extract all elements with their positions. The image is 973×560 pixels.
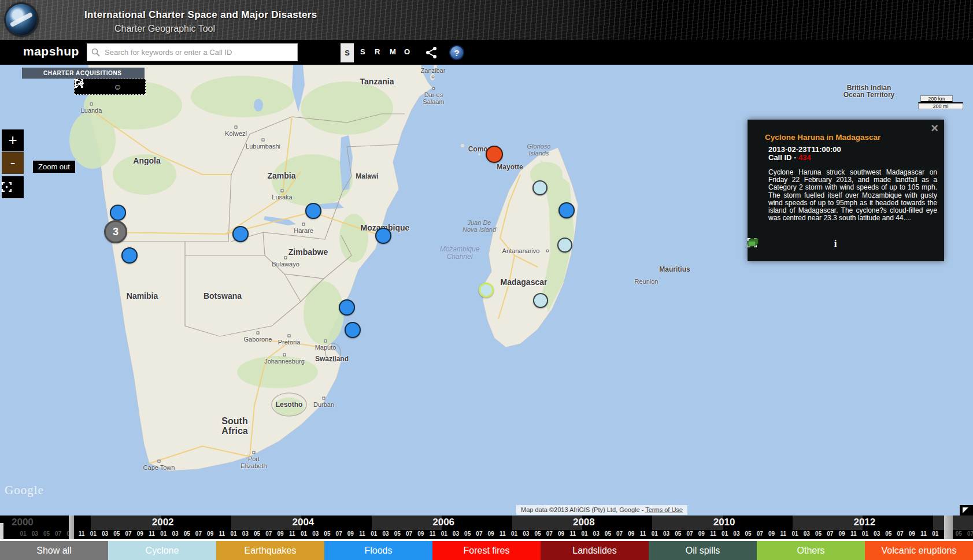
legend-filter-forest-fires[interactable]: Forest fires <box>432 541 541 560</box>
city-marker-icon <box>253 451 256 454</box>
timeline-month-label: 01 <box>932 531 938 537</box>
timeline-year-band <box>512 516 582 530</box>
disaster-legend: Show allCycloneEarthquakesFloodsForest f… <box>0 539 973 560</box>
map-marker-flood[interactable] <box>232 226 249 242</box>
help-icon[interactable]: ? <box>449 45 464 60</box>
city-marker-icon <box>283 354 286 357</box>
city-marker-icon <box>158 460 161 463</box>
search-box <box>87 43 298 61</box>
charter-acquisitions-tab[interactable]: CHARTER ACQUISITIONS <box>22 68 145 79</box>
info-icon[interactable]: i <box>834 238 837 250</box>
timeline-month-label: 05 <box>464 531 471 537</box>
timeline-month-label: 05 <box>956 531 962 537</box>
legend-filter-landslides[interactable]: Landslides <box>541 541 649 560</box>
map-marker-flood[interactable] <box>339 299 355 316</box>
timeline-month-label: 03 <box>453 531 459 537</box>
map-marker-cyclone[interactable] <box>533 293 548 308</box>
timeline-month-label: 09 <box>417 531 424 537</box>
feature-popup: × Cyclone Haruna in Madagascar 2013-02-2… <box>748 120 944 261</box>
legend-filter-cyclone[interactable]: Cyclone <box>108 541 216 560</box>
layer-button-s[interactable]: S <box>360 47 365 56</box>
timeline-month-label: 09 <box>628 531 634 537</box>
timeline-month-label: 05 <box>43 531 50 537</box>
map-marker-flood[interactable] <box>110 205 126 221</box>
timeline-month-label: 03 <box>523 531 529 537</box>
city-marker-icon <box>546 250 549 253</box>
map-marker-flood[interactable] <box>375 228 391 244</box>
timeline-month-label: 01 <box>791 531 798 537</box>
timeline-year-band <box>91 516 161 530</box>
city-marker-icon <box>323 397 325 400</box>
timeline-year-band <box>933 516 973 530</box>
timeline-start-handle[interactable] <box>69 516 74 539</box>
legend-filter-floods[interactable]: Floods <box>324 541 432 560</box>
timeline-month-label: 09 <box>277 531 283 537</box>
timeline-month-label: 07 <box>195 531 202 537</box>
timeline-month-label: 03 <box>593 531 600 537</box>
timeline-month-label: 05 <box>113 531 120 537</box>
city-marker-icon <box>302 223 305 226</box>
timeline-month-label: 09 <box>838 531 845 537</box>
map-marker-flood[interactable] <box>345 322 361 338</box>
zoom-in-button[interactable]: + <box>2 129 24 151</box>
timeline-month-label: 01 <box>231 531 237 537</box>
timeline-month-label: 01 <box>371 531 377 537</box>
timeline-month-label: 09 <box>137 531 143 537</box>
map-marker-cyclone[interactable] <box>557 238 572 253</box>
timeline-month-label: 01 <box>652 531 658 537</box>
popup-date: 2013-02-23T11:00:00 <box>768 145 841 154</box>
timeline-month-label: 11 <box>289 531 295 537</box>
timeline[interactable]: 2000010305070911010305070911200201030507… <box>0 516 973 539</box>
timeline-collapse-button[interactable] <box>960 505 973 516</box>
app-header: International Charter Space and Major Di… <box>0 0 973 40</box>
zoom-out-button[interactable]: - <box>2 152 24 174</box>
timeline-month-label: 09 <box>558 531 564 537</box>
popup-title: Cyclone Haruna in Madagascar <box>765 133 880 142</box>
share-icon[interactable] <box>425 46 439 61</box>
timeline-month-label: 07 <box>55 531 61 537</box>
map-canvas[interactable]: TanzaniaAngolaZambiaMozambiqueZimbabweNa… <box>0 65 973 516</box>
map-marker-cyclone[interactable] <box>479 283 494 298</box>
map-marker-cluster[interactable]: 3 <box>104 220 127 243</box>
mask-icon[interactable]: ☺ <box>113 83 121 91</box>
timeline-month-label: 05 <box>745 531 752 537</box>
timeline-end-handle[interactable] <box>944 516 953 539</box>
call-id-value[interactable]: 434 <box>798 153 811 162</box>
fullscreen-button[interactable] <box>2 176 24 198</box>
scale-km: 200 km <box>920 95 953 102</box>
terms-of-use-link[interactable]: Terms of Use <box>645 506 683 513</box>
layer-button-o[interactable]: O <box>404 47 410 56</box>
layer-button-m[interactable]: M <box>390 47 396 56</box>
map-marker-cyclone[interactable] <box>532 180 547 195</box>
acquisitions-toolbar: ☺ <box>74 79 146 95</box>
map-marker-flood[interactable] <box>558 202 575 218</box>
search-input[interactable] <box>105 44 295 61</box>
map-marker-volcanic[interactable] <box>486 146 503 163</box>
map-marker-flood[interactable] <box>305 203 321 219</box>
legend-filter-show-all[interactable]: Show all <box>0 541 108 560</box>
timeline-month-label: 01 <box>160 531 167 537</box>
close-icon[interactable]: × <box>931 121 938 136</box>
timeline-month-label: 09 <box>347 531 354 537</box>
legend-filter-volcanic-eruptions[interactable]: Volcanic eruptions <box>865 541 973 560</box>
legend-filter-earthquakes[interactable]: Earthquakes <box>216 541 324 560</box>
timeline-year-label: 2012 <box>853 517 875 528</box>
timeline-left-nub[interactable] <box>0 523 3 539</box>
timeline-month-label: 07 <box>757 531 763 537</box>
legend-filter-others[interactable]: Others <box>757 541 865 560</box>
charter-logo <box>6 4 37 35</box>
app-root: International Charter Space and Major Di… <box>0 0 973 560</box>
map-scale: 200 km 200 mi <box>918 95 963 110</box>
timeline-month-label: 07 <box>616 531 623 537</box>
timeline-year-label: 2010 <box>713 517 735 528</box>
timeline-month-label: 03 <box>102 531 108 537</box>
timeline-year-band <box>652 516 722 530</box>
layer-button-r[interactable]: R <box>375 47 380 56</box>
legend-filter-oil-spills[interactable]: Oil spills <box>649 541 757 560</box>
map-marker-flood[interactable] <box>121 247 138 264</box>
layer-button-s-selected[interactable]: S <box>341 43 354 62</box>
timeline-month-label: 03 <box>663 531 669 537</box>
city-marker-icon <box>288 335 291 338</box>
timeline-month-label: 11 <box>79 531 85 537</box>
city-marker-icon <box>257 332 260 335</box>
